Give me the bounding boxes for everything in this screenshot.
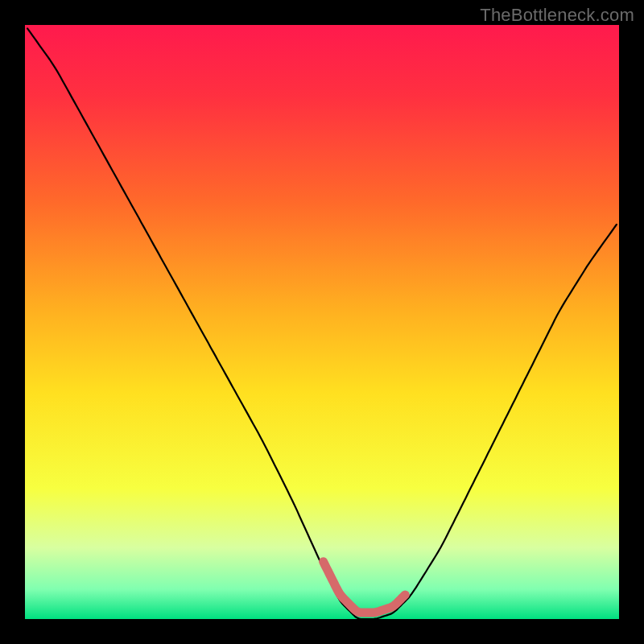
plot-area bbox=[25, 25, 619, 619]
watermark-text: TheBottleneck.com bbox=[480, 5, 634, 26]
optimal-region-marker bbox=[324, 562, 406, 613]
chart-stage: TheBottleneck.com bbox=[0, 0, 644, 644]
bottleneck-curve bbox=[27, 28, 617, 619]
curve-layer bbox=[25, 25, 619, 619]
